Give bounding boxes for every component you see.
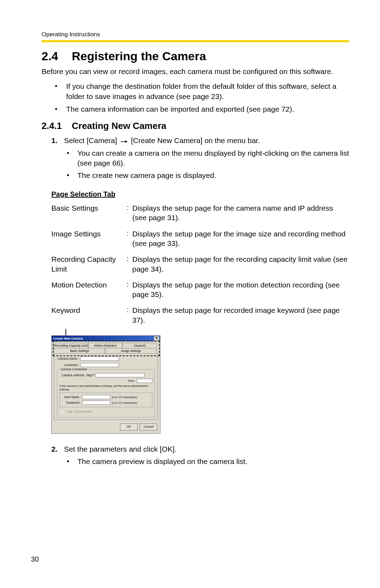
user-hint: (4 to 15 Characters) xyxy=(112,396,137,399)
def-term: Motion Detection xyxy=(51,280,127,290)
bullet-item: If you change the destination folder fro… xyxy=(51,81,349,101)
tab-keyword[interactable]: Keyword xyxy=(122,343,157,348)
ok-button[interactable]: OK xyxy=(120,423,138,431)
password-label: Password : xyxy=(62,401,81,404)
comment-label: Comment : xyxy=(57,363,79,367)
user-name-input[interactable] xyxy=(82,395,110,399)
def-desc: Displays the setup page for the camera n… xyxy=(132,203,349,223)
def-desc: Displays the setup page for recorded ima… xyxy=(132,305,349,325)
section-bullets: If you change the destination folder fro… xyxy=(42,81,349,114)
subsection-heading: 2.4.1Creating New Camera xyxy=(42,120,349,131)
section-number: 2.4 xyxy=(42,49,72,63)
section-intro: Before you can view or record images, ea… xyxy=(42,67,349,76)
pass-hint: (4 to 15 Characters) xyxy=(112,401,137,404)
auth-note: If the camera is set authentication sett… xyxy=(59,384,152,391)
sub-bullet: You can create a camera on the menu disp… xyxy=(64,148,349,168)
arrow-icon xyxy=(120,136,127,146)
def-term: Keyword xyxy=(51,305,127,315)
comment-input[interactable] xyxy=(80,363,119,367)
dialog-tabs: Recording Capacity Limit Motion Detectio… xyxy=(52,341,160,353)
bullet-item: The camera information can be imported a… xyxy=(51,104,349,114)
def-row: Keyword : Displays the setup page for re… xyxy=(51,305,349,325)
tab-basic-settings[interactable]: Basic Settings xyxy=(54,348,105,353)
section-title: Registering the Camera xyxy=(72,49,206,63)
def-row: Basic Settings : Displays the setup page… xyxy=(51,203,349,223)
def-term: Recording Capacity Limit xyxy=(51,254,127,274)
camera-connection-legend: Camera Connection xyxy=(59,367,88,371)
def-colon: : xyxy=(127,280,132,289)
proxy-checkbox[interactable] xyxy=(61,410,64,413)
tab-motion-detection[interactable]: Motion Detection xyxy=(88,343,123,348)
camera-name-label: Camera Name : xyxy=(57,357,79,360)
dialog-titlebar[interactable]: Create New Camera × xyxy=(52,336,160,341)
close-icon[interactable]: × xyxy=(154,336,159,341)
subsection-title: Creating New Camera xyxy=(72,120,166,131)
svg-marker-1 xyxy=(125,140,127,143)
proxy-label: Use a proxy server xyxy=(67,410,92,413)
tab-recording-capacity-limit[interactable]: Recording Capacity Limit xyxy=(54,343,88,348)
tab-image-settings[interactable]: Image Settings xyxy=(105,348,157,353)
camera-address-input[interactable] xyxy=(95,373,145,377)
def-desc: Displays the setup page for the image si… xyxy=(132,229,349,248)
dialog-title: Create New Camera xyxy=(53,337,83,340)
page-selection-tab-heading: Page Selection Tab xyxy=(51,190,349,198)
port-label: Port : xyxy=(125,379,135,383)
camera-name-input[interactable] xyxy=(80,357,119,361)
step-1: 1. Select [Camera] [Create New Camera] o… xyxy=(51,136,349,180)
subsection-number: 2.4.1 xyxy=(42,120,72,131)
def-colon: : xyxy=(127,203,132,212)
definition-list: Basic Settings : Displays the setup page… xyxy=(51,203,349,325)
def-row: Image Settings : Displays the setup page… xyxy=(51,229,349,248)
step-number: 2. xyxy=(51,444,58,454)
step-2: 2. Set the parameters and click [OK]. Th… xyxy=(51,444,349,466)
sub-bullet: The camera preview is displayed on the c… xyxy=(64,457,349,466)
camera-address-label: Camera Address : http:// xyxy=(59,373,94,377)
def-colon: : xyxy=(127,229,132,237)
step-number: 1. xyxy=(51,136,58,146)
def-colon: : xyxy=(127,254,132,263)
def-term: Basic Settings xyxy=(51,203,127,213)
section-heading: 2.4Registering the Camera xyxy=(42,49,349,63)
camera-connection-group: Camera Connection Camera Address : http:… xyxy=(57,369,155,417)
password-input[interactable] xyxy=(82,401,110,405)
dialog-figure: Create New Camera × Recording Capacity L… xyxy=(51,335,160,434)
running-head: Operating Instructions xyxy=(42,31,349,38)
header-rule xyxy=(42,40,349,42)
def-term: Image Settings xyxy=(51,229,127,239)
port-input[interactable] xyxy=(137,379,152,383)
create-new-camera-dialog: Create New Camera × Recording Capacity L… xyxy=(51,335,160,434)
def-desc: Displays the setup page for the recordin… xyxy=(132,254,349,274)
step-text: Set the parameters and click [OK]. xyxy=(64,445,177,453)
cancel-button[interactable]: Cancel xyxy=(140,423,157,431)
step-text-before: Select [Camera] xyxy=(64,136,117,144)
user-name-label: User Name : xyxy=(62,395,81,399)
sub-bullet: The create new camera page is displayed. xyxy=(64,171,349,180)
def-row: Recording Capacity Limit : Displays the … xyxy=(51,254,349,274)
def-colon: : xyxy=(127,305,132,314)
def-row: Motion Detection : Displays the setup pa… xyxy=(51,280,349,299)
def-desc: Displays the setup page for the motion d… xyxy=(132,280,349,299)
step-text-after: [Create New Camera] on the menu bar. xyxy=(131,136,260,144)
page-number: 30 xyxy=(31,555,39,563)
